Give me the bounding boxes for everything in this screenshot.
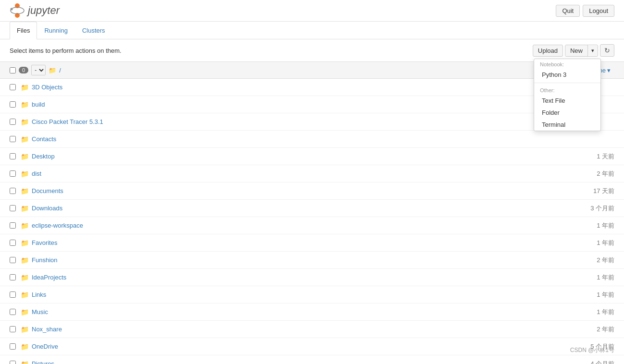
file-time: 3 个月前 bbox=[576, 204, 614, 213]
file-name-link[interactable]: Pictures bbox=[32, 360, 576, 364]
file-time: 4 个月前 bbox=[576, 360, 614, 364]
folder-icon: 📁 bbox=[21, 84, 29, 91]
file-checkbox[interactable] bbox=[10, 361, 16, 364]
refresh-button[interactable]: ↻ bbox=[600, 44, 614, 57]
new-button-dropdown-arrow[interactable]: ▾ bbox=[588, 46, 598, 56]
folder-menu-item[interactable]: Folder bbox=[534, 107, 600, 119]
file-checkbox[interactable] bbox=[10, 222, 16, 229]
python3-menu-item[interactable]: Python 3 bbox=[534, 69, 600, 81]
header: jupyter Quit Logout bbox=[0, 0, 624, 22]
table-row: 📁 Music 1 年前 bbox=[0, 303, 624, 321]
folder-icon: 📁 bbox=[21, 291, 29, 299]
file-time: 1 年前 bbox=[576, 273, 614, 282]
file-checkbox[interactable] bbox=[10, 84, 16, 90]
folder-icon: 📁 bbox=[21, 170, 29, 178]
file-checkbox[interactable] bbox=[10, 291, 16, 298]
svg-point-2 bbox=[11, 7, 24, 14]
file-checkbox[interactable] bbox=[10, 205, 16, 211]
folder-path-icon: 📁 bbox=[49, 67, 56, 74]
file-time: 1 年前 bbox=[576, 308, 614, 316]
table-row: 📁 Downloads 3 个月前 bbox=[0, 200, 624, 217]
file-checkbox[interactable] bbox=[10, 309, 16, 315]
file-time: 2 年前 bbox=[576, 170, 614, 178]
check-all-checkbox[interactable] bbox=[10, 67, 16, 73]
tab-running[interactable]: Running bbox=[37, 22, 74, 39]
new-button-main[interactable]: New bbox=[565, 45, 588, 56]
bulk-action-select[interactable]: - bbox=[31, 65, 46, 75]
folder-icon: 📁 bbox=[21, 187, 29, 195]
table-row: 📁 Funshion 2 年前 bbox=[0, 252, 624, 269]
header-buttons: Quit Logout bbox=[556, 5, 614, 17]
file-checkbox[interactable] bbox=[10, 188, 16, 194]
file-name-link[interactable]: Downloads bbox=[32, 205, 576, 212]
file-time: 17 天前 bbox=[576, 187, 614, 195]
logout-button[interactable]: Logout bbox=[583, 5, 614, 17]
file-time: 2 年前 bbox=[576, 256, 614, 265]
folder-icon: 📁 bbox=[21, 326, 29, 333]
tab-files[interactable]: Files bbox=[10, 22, 37, 39]
file-checkbox[interactable] bbox=[10, 274, 16, 280]
file-checkbox[interactable] bbox=[10, 136, 16, 142]
file-name-link[interactable]: Documents bbox=[32, 187, 576, 194]
file-list-header: 0 - 📁 / Name ▾ bbox=[0, 61, 624, 79]
folder-icon: 📁 bbox=[21, 360, 29, 364]
current-path[interactable]: / bbox=[59, 67, 61, 74]
file-time: 1 年前 bbox=[576, 221, 614, 230]
table-row: 📁 Documents 17 天前 bbox=[0, 182, 624, 200]
toolbar-info-text: Select items to perform actions on them. bbox=[10, 47, 122, 54]
table-row: 📁 dist 2 年前 bbox=[0, 165, 624, 182]
table-row: 📁 eclipse-workspace 1 年前 bbox=[0, 217, 624, 234]
sort-icon: ▾ bbox=[607, 67, 611, 74]
logo: jupyter bbox=[10, 3, 60, 18]
toolbar: Select items to perform actions on them.… bbox=[0, 39, 624, 61]
file-checkbox[interactable] bbox=[10, 170, 16, 177]
tab-clusters[interactable]: Clusters bbox=[75, 22, 112, 39]
file-name-link[interactable]: Links bbox=[32, 291, 576, 298]
file-name-link[interactable]: Contacts bbox=[32, 135, 576, 143]
file-name-link[interactable]: Desktop bbox=[32, 153, 576, 160]
file-name-link[interactable]: 3D Objects bbox=[32, 84, 576, 91]
table-row: 📁 Links 1 年前 bbox=[0, 286, 624, 303]
folder-icon: 📁 bbox=[21, 101, 29, 109]
file-name-link[interactable]: IdeaProjects bbox=[32, 274, 576, 281]
selected-count-badge: 0 bbox=[19, 67, 28, 73]
file-time: 1 天前 bbox=[576, 152, 614, 161]
file-name-link[interactable]: OneDrive bbox=[32, 343, 576, 350]
table-row: 📁 Favorites 1 年前 bbox=[0, 234, 624, 252]
file-checkbox[interactable] bbox=[10, 101, 16, 108]
table-row: 📁 IdeaProjects 1 年前 bbox=[0, 269, 624, 286]
table-row: 📁 Desktop 1 天前 bbox=[0, 148, 624, 165]
file-name-link[interactable]: dist bbox=[32, 170, 576, 177]
file-time: 1 年前 bbox=[576, 239, 614, 247]
file-checkbox[interactable] bbox=[10, 153, 16, 159]
text-file-menu-item[interactable]: Text File bbox=[534, 95, 600, 107]
notebook-section-label: Notebook: bbox=[534, 59, 600, 69]
file-name-link[interactable]: Favorites bbox=[32, 239, 576, 246]
folder-icon: 📁 bbox=[21, 343, 29, 351]
table-row: 📁 Cisco Packet Tracer 5.3.1 bbox=[0, 113, 624, 131]
upload-button[interactable]: Upload bbox=[533, 45, 563, 57]
file-name-link[interactable]: Nox_share bbox=[32, 326, 576, 333]
table-row: 📁 build bbox=[0, 96, 624, 113]
folder-icon: 📁 bbox=[21, 135, 29, 143]
file-name-link[interactable]: Music bbox=[32, 308, 576, 315]
file-checkbox[interactable] bbox=[10, 240, 16, 246]
svg-point-3 bbox=[11, 8, 13, 11]
table-row: 📁 3D Objects bbox=[0, 79, 624, 96]
file-name-link[interactable]: Funshion bbox=[32, 256, 576, 264]
file-name-link[interactable]: Cisco Packet Tracer 5.3.1 bbox=[32, 118, 576, 125]
file-checkbox[interactable] bbox=[10, 119, 16, 125]
file-name-link[interactable]: build bbox=[32, 101, 576, 108]
check-all-area: 0 - 📁 / bbox=[10, 65, 106, 75]
jupyter-logo-icon bbox=[10, 3, 25, 18]
terminal-menu-item[interactable]: Terminal bbox=[534, 119, 600, 131]
file-checkbox[interactable] bbox=[10, 326, 16, 332]
dropdown-divider bbox=[534, 83, 600, 83]
file-name-link[interactable]: eclipse-workspace bbox=[32, 222, 576, 229]
quit-button[interactable]: Quit bbox=[556, 5, 580, 17]
table-row: 📁 Nox_share 2 年前 bbox=[0, 321, 624, 338]
table-row: 📁 OneDrive 5 个月前 bbox=[0, 338, 624, 355]
new-dropdown-menu: Notebook: Python 3 Other: Text File Fold… bbox=[534, 59, 601, 131]
file-checkbox[interactable] bbox=[10, 343, 16, 350]
file-checkbox[interactable] bbox=[10, 257, 16, 263]
